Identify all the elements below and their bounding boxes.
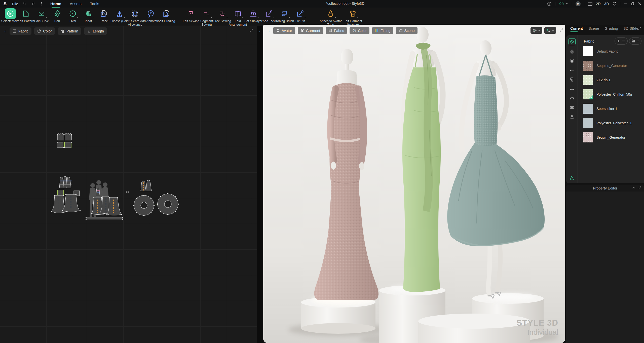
fabric-list-header: Fabric xyxy=(578,37,644,45)
collapse-2d-icon[interactable]: ‹ xyxy=(258,29,261,33)
file-menu[interactable]: File xyxy=(12,2,18,6)
tool-seam-allowance[interactable]: Seam Allowance xyxy=(127,8,143,26)
tab-scene[interactable]: Scene xyxy=(396,27,418,34)
more-tabs-icon[interactable] xyxy=(631,27,635,30)
topstitch-category-icon[interactable] xyxy=(569,86,575,92)
attach-avatar-tape-icon xyxy=(327,10,335,18)
watermark: STYLE 3D Individual xyxy=(516,318,558,336)
fabric-row-seersucker[interactable]: Seersucker 1 xyxy=(578,102,644,116)
list-view-button[interactable] xyxy=(629,37,641,45)
panel-divider[interactable]: ‹ xyxy=(257,26,263,343)
color-icon xyxy=(352,29,356,32)
fabric-row-polyester-chiffon[interactable]: Polyester_Chiffon_50g xyxy=(578,87,644,101)
window-title: *collection oct - Style3D xyxy=(326,2,364,6)
tab-scene-panel[interactable]: Scene xyxy=(588,26,599,32)
tab-color-3d[interactable]: Color xyxy=(350,27,369,34)
tool-edit-garment-measure[interactable]: Edit Garment Measure xyxy=(342,8,364,26)
tool-fold-arrangement[interactable]: Fold Arrangement xyxy=(230,8,246,26)
fabric-swatch xyxy=(583,46,593,56)
expand-property-icon[interactable] xyxy=(638,186,641,189)
segment-sewing-icon xyxy=(203,10,211,18)
button-category-icon[interactable] xyxy=(569,58,575,64)
expand-viewport-icon[interactable] xyxy=(559,28,563,32)
fabric-icon xyxy=(328,29,332,32)
tab-avatar[interactable]: Avatar xyxy=(273,27,295,34)
maximize-button[interactable] xyxy=(631,2,634,6)
app-logo-icon: S xyxy=(4,1,7,7)
scene-3d[interactable] xyxy=(263,25,565,343)
menu-home[interactable]: Home xyxy=(50,1,62,7)
fullness-point-icon xyxy=(116,10,124,18)
tool-fix-pin[interactable]: Fix Pin xyxy=(292,8,308,23)
cloud-sync-icon[interactable] xyxy=(559,2,568,6)
fabric-swatch xyxy=(583,89,593,99)
object-type-strip xyxy=(566,35,578,183)
minimize-button[interactable] xyxy=(624,2,627,6)
fabric-row-sequin-generator[interactable]: Sequin_Generator xyxy=(578,130,644,144)
render-mode-button[interactable] xyxy=(531,27,542,34)
oval-icon xyxy=(69,10,77,18)
pattern-pieces-canvas[interactable] xyxy=(0,26,257,343)
fabric-swatch xyxy=(583,132,593,142)
pleat-icon xyxy=(84,10,92,18)
fabric-row-polyester-polyester[interactable]: Polyester_Polyester_1 xyxy=(578,116,644,130)
title-bar: S File Home Assets Tools *collection oct… xyxy=(0,0,644,8)
cursor-wave-icon xyxy=(546,28,551,33)
viewport-tabs: ‹ Avatar Garment Fabric Color Fitting Sc… xyxy=(267,27,418,34)
split-view-icon[interactable] xyxy=(588,2,592,6)
shirring-category-icon[interactable] xyxy=(569,95,575,101)
fabric-row-2x2-rib[interactable]: 2X2 rib 1 xyxy=(578,73,644,87)
scene-icon xyxy=(399,29,403,32)
more-property-icon[interactable] xyxy=(632,186,635,189)
set-sublayer-icon xyxy=(249,10,257,18)
redo-icon[interactable] xyxy=(31,2,35,6)
fabric-swatch xyxy=(583,61,593,71)
menu-tools[interactable]: Tools xyxy=(90,1,100,7)
label-category-icon[interactable] xyxy=(569,104,575,110)
expand-right-panel-icon[interactable] xyxy=(638,27,641,30)
user-avatar[interactable]: M xyxy=(576,1,581,6)
add-fabric-button[interactable] xyxy=(615,37,628,45)
fabric-list: Default Fabric Sequins_Generator 2X2 rib… xyxy=(578,44,644,183)
more-options-icon[interactable] xyxy=(40,2,43,6)
property-editor-bar[interactable]: Property Editor xyxy=(566,185,644,192)
pattern-2d-panel[interactable]: ‹ Fabric Color Pattern Length xyxy=(0,26,257,343)
edit-curve-icon xyxy=(37,10,46,18)
tool-segment-sewing[interactable]: Segment Sewing xyxy=(199,8,214,26)
pedestal-front xyxy=(418,314,530,343)
tool-edit-grading[interactable]: Edit Grading xyxy=(159,8,174,23)
simulation-quality-icon[interactable] xyxy=(569,175,575,181)
undo-icon[interactable] xyxy=(23,2,27,6)
avatar-category-icon[interactable] xyxy=(569,114,575,120)
collapse-viewport-tabs-icon[interactable]: ‹ xyxy=(267,28,271,33)
tab-grading[interactable]: Grading xyxy=(605,26,618,32)
free-sewing-icon xyxy=(218,10,226,18)
trim-category-icon[interactable] xyxy=(569,49,575,55)
fabric-category-icon[interactable] xyxy=(569,38,576,45)
tab-fabric-3d[interactable]: Fabric xyxy=(326,27,347,34)
render-style-icon xyxy=(533,28,537,33)
tab-garment[interactable]: Garment xyxy=(298,27,323,34)
help-icon[interactable] xyxy=(547,2,552,6)
menu-assets[interactable]: Assets xyxy=(69,1,82,7)
right-panel: Current Scene Grading 3D State xyxy=(565,25,644,343)
tab-current[interactable]: Current xyxy=(570,26,583,32)
piece-category-icon[interactable] xyxy=(569,77,575,83)
seam-allowance-icon xyxy=(131,10,139,18)
tool-attach-to-avatar-tape[interactable]: Attach to Avatar Tape xyxy=(320,8,342,26)
pen-icon xyxy=(53,10,61,18)
mannequin-center[interactable] xyxy=(402,27,443,292)
tab-fitting[interactable]: Fitting xyxy=(372,27,393,34)
fold-arrangement-icon xyxy=(234,10,242,18)
zipper-category-icon[interactable] xyxy=(569,67,575,73)
fabric-row-default[interactable]: Default Fabric xyxy=(578,44,644,58)
fabric-row-sequins-generator[interactable]: Sequins_Generator xyxy=(578,59,644,73)
right-panel-tabs: Current Scene Grading 3D State xyxy=(570,26,638,32)
plus-icon xyxy=(617,40,620,43)
reset-view-icon[interactable] xyxy=(613,2,617,6)
view-2d-button[interactable]: 2D xyxy=(596,2,601,6)
close-button[interactable] xyxy=(638,2,641,6)
cursor-mode-button[interactable] xyxy=(544,27,556,34)
view-3d-button[interactable]: 3D xyxy=(604,2,609,6)
viewport-3d[interactable]: ‹ Avatar Garment Fabric Color Fitting Sc… xyxy=(263,25,565,343)
